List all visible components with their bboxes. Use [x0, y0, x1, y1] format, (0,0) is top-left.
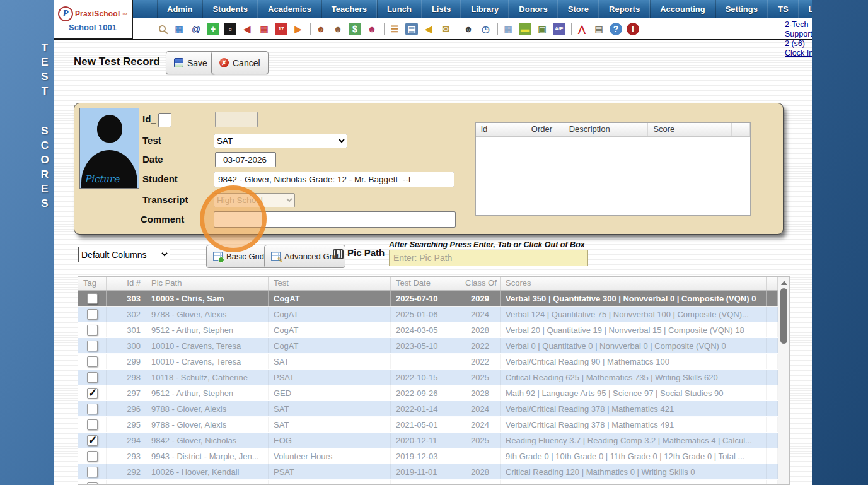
cash-register-icon[interactable]: ▣	[536, 23, 548, 35]
nav-item-lunch[interactable]: Lunch	[377, 0, 422, 18]
nav-item-admin[interactable]: Admin	[157, 0, 202, 18]
nav-item-lists[interactable]: Lists	[422, 0, 461, 18]
cancel-button[interactable]: ✗ Cancel	[211, 51, 269, 74]
test-record-row-297[interactable]: 2979512 - Arthur, StephenGED2022-09-2620…	[78, 385, 789, 401]
tag-checkbox[interactable]	[87, 372, 98, 383]
vertical-scrollbar[interactable]	[778, 277, 789, 484]
scroll-up-arrow-icon[interactable]	[781, 281, 787, 285]
cell-pic-path: 9512 - Arthur, Stephen	[146, 385, 269, 400]
nav-item-academics[interactable]: Academics	[258, 0, 321, 18]
clock-in-link[interactable]: Clock In	[785, 49, 812, 58]
grid-header-scores[interactable]: Scores	[501, 277, 767, 290]
help-icon[interactable]: ?	[610, 23, 622, 35]
tag-checkbox[interactable]	[87, 435, 98, 446]
tag-checkbox[interactable]	[87, 309, 98, 320]
tag-checkbox[interactable]	[87, 482, 98, 485]
scores-grid-header-id[interactable]: id	[476, 123, 526, 136]
test-record-row-291[interactable]: 291	[78, 480, 789, 485]
tag-checkbox[interactable]	[87, 467, 98, 477]
basic-grid-button[interactable]: Basic Grid	[206, 245, 271, 268]
nav-item-donors[interactable]: Donors	[509, 0, 558, 18]
search-icon[interactable]	[156, 23, 168, 35]
student-icon[interactable]: ☻	[332, 23, 344, 35]
clock-icon[interactable]: ◷	[479, 23, 492, 35]
tag-checkbox[interactable]	[87, 419, 98, 430]
email-at-icon[interactable]: @	[190, 23, 202, 35]
test-record-row-293[interactable]: 2939943 - District - Marple, Jen...Volun…	[78, 448, 789, 464]
calendar-grid-icon[interactable]: ▦	[258, 23, 270, 35]
cell-id: 297	[107, 385, 146, 400]
test-record-row-300[interactable]: 30010010 - Cravens, TeresaCogAT2023-05-1…	[78, 338, 789, 354]
save-button[interactable]: Save	[166, 51, 216, 74]
columns-select[interactable]: Default Columns	[78, 247, 170, 262]
grid-header-tag[interactable]: Tag	[78, 277, 107, 290]
comment-input[interactable]	[214, 211, 456, 228]
payment-card-icon[interactable]: ▬	[519, 23, 531, 35]
mail-forward-icon[interactable]: ✉	[439, 23, 452, 35]
megaphone-icon[interactable]: ▶	[292, 23, 304, 35]
test-record-row-301[interactable]: 3019512 - Arthur, StephenCogAT2024-03-05…	[78, 322, 789, 338]
test-record-row-303[interactable]: 30310003 - Chris, SamCogAT2025-07-102029…	[78, 291, 789, 307]
staff-icon[interactable]: ☻	[462, 23, 475, 35]
nav-item-settings[interactable]: Settings	[715, 0, 768, 18]
scores-detail-grid: idOrderDescriptionScore	[475, 122, 751, 216]
nav-item-library[interactable]: Library	[461, 0, 509, 18]
family-icon[interactable]: ☻	[366, 23, 378, 35]
scores-grid-header-Description[interactable]: Description	[564, 123, 649, 136]
test-record-row-295[interactable]: 2959788 - Glover, AlexisSAT2021-05-01202…	[78, 417, 789, 433]
scrollbar-thumb[interactable]	[780, 288, 787, 344]
student-input[interactable]	[214, 172, 454, 187]
test-record-row-299[interactable]: 29910010 - Cravens, TeresaSAT2022Verbal/…	[78, 354, 789, 370]
test-select[interactable]: SAT	[214, 134, 347, 148]
chat-plus-icon[interactable]: +	[207, 23, 219, 35]
tag-checkbox[interactable]	[87, 451, 98, 462]
transcript-select[interactable]: High School	[214, 193, 295, 207]
calendar-date-icon[interactable]: 17	[275, 23, 287, 35]
scores-grid-header-Order[interactable]: Order	[526, 123, 564, 136]
id-checkbox[interactable]	[158, 113, 171, 127]
lunch-icon[interactable]: ☰	[388, 23, 401, 35]
test-record-row-302[interactable]: 3029788 - Glover, AlexisCogAT2025-01-062…	[78, 307, 789, 322]
grid-header-spacer[interactable]	[767, 277, 778, 290]
stop-icon[interactable]: I	[627, 23, 639, 35]
grid-header-pic-path[interactable]: Pic Path	[146, 277, 269, 290]
binder-icon[interactable]: ▤	[405, 23, 418, 35]
nav-item-accounting[interactable]: Accounting	[650, 0, 715, 18]
spreadsheet-icon[interactable]: ▦	[502, 23, 514, 35]
tag-checkbox[interactable]	[87, 325, 98, 336]
printer-icon[interactable]: ▤	[593, 23, 605, 35]
tag-checkbox[interactable]	[87, 341, 98, 351]
tag-checkbox[interactable]	[87, 404, 98, 414]
tag-checkbox[interactable]	[87, 293, 98, 304]
grid-header-test[interactable]: Test	[269, 277, 391, 290]
tag-checkbox[interactable]	[87, 356, 98, 367]
speaker-icon[interactable]: ◀	[241, 23, 253, 35]
nav-item-teachers[interactable]: Teachers	[321, 0, 377, 18]
cash-icon[interactable]: $	[349, 23, 361, 35]
pic-path-search-input[interactable]	[389, 250, 588, 266]
test-record-row-296[interactable]: 2969788 - Glover, AlexisSAT2022-01-14202…	[78, 401, 789, 417]
test-record-row-294[interactable]: 2949842 - Glover, NicholasEOG2020-12-112…	[78, 433, 789, 448]
nav-item-students[interactable]: Students	[202, 0, 258, 18]
grid-header-class-of[interactable]: Class Of	[460, 277, 501, 290]
nav-item-ts[interactable]: TS	[768, 0, 799, 18]
test-record-row-292[interactable]: 29210026 - Hoover, KendallPSAT2019-11-01…	[78, 464, 789, 480]
nav-item-reports[interactable]: Reports	[599, 0, 650, 18]
cell-id: 299	[107, 354, 146, 369]
scores-grid-header-Score[interactable]: Score	[648, 123, 732, 136]
ap-icon[interactable]: A/P	[553, 23, 565, 35]
date-input[interactable]	[215, 152, 276, 167]
grid-header-id-[interactable]: Id #	[107, 277, 146, 290]
mobile-phone-icon[interactable]: ▫	[224, 23, 236, 35]
grid-header-test-date[interactable]: Test Date	[391, 277, 460, 290]
scores-grid-header-spacer[interactable]	[732, 123, 750, 136]
horn-icon[interactable]: ◀	[422, 23, 435, 35]
add-student-icon[interactable]: ☻	[315, 23, 327, 35]
nav-item-logout[interactable]: Logout	[799, 0, 812, 18]
apps-grid-icon[interactable]: ▦	[173, 23, 185, 35]
student-picture-placeholder[interactable]: Picture	[79, 108, 139, 189]
test-record-row-298[interactable]: 29810118 - Schultz, CatherinePSAT2022-10…	[78, 370, 789, 385]
pdf-icon[interactable]: ⋀	[576, 23, 588, 35]
tag-checkbox[interactable]	[87, 388, 98, 399]
nav-item-store[interactable]: Store	[558, 0, 599, 18]
